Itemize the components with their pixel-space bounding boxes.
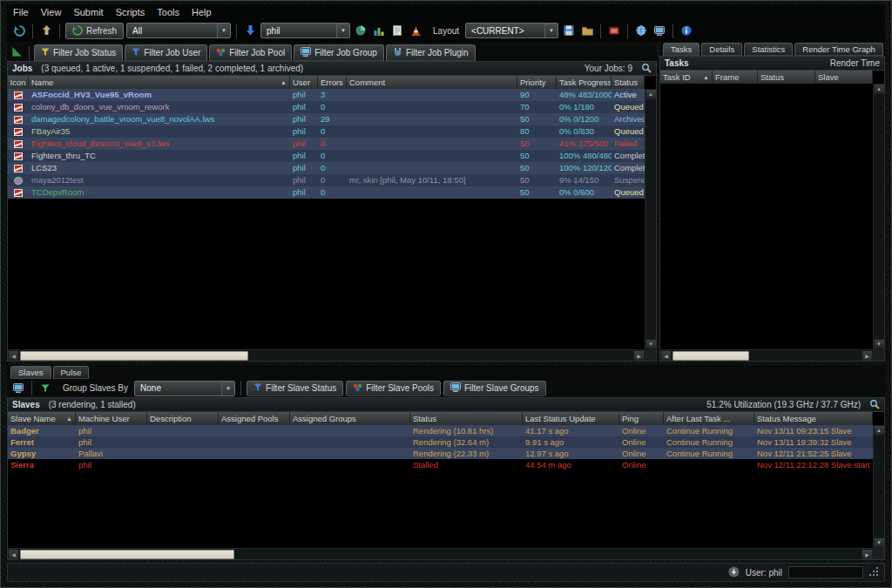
load-layout-folder-icon[interactable] [579,23,595,38]
bar-chart-icon[interactable] [371,23,387,38]
filter-job-user-tab[interactable]: Filter Job User [125,44,207,61]
search-icon[interactable] [869,399,880,411]
submit-job-icon[interactable] [38,23,54,38]
menu-help[interactable]: Help [186,7,218,17]
pie-chart-icon[interactable] [353,23,368,38]
scrollbar-thumb[interactable] [20,550,234,559]
scroll-up-button[interactable]: ▲ [645,89,657,99]
scroll-left-button[interactable]: ◀ [8,350,19,362]
filter-job-status-tab[interactable]: Filter Job Status [34,44,123,61]
scrollbar-thumb[interactable] [672,351,749,361]
resize-grip[interactable] [869,567,879,578]
slave-row[interactable]: Ferret phil Rendering (32.64 m) 9.91 s a… [8,436,873,448]
menu-file[interactable]: File [7,7,35,17]
column-header-last-status-update[interactable]: Last Status Update [523,412,619,425]
scroll-left-button[interactable]: ◀ [660,350,672,362]
column-header-icon[interactable]: Icon [8,76,29,89]
connect-icon[interactable] [11,23,27,38]
report-icon[interactable] [389,23,405,38]
job-row[interactable]: Fighters_cloud_descent_vue9_v3.lws phil … [8,138,645,150]
tab-slaves[interactable]: Slaves [10,366,51,379]
job-row[interactable]: colony_db_doors_vue_vroom_rework phil 0 … [8,101,645,113]
column-header-status[interactable]: Status [612,76,645,89]
column-header-description[interactable]: Description [147,412,219,425]
column-header-user[interactable]: User [290,76,318,89]
connection-status-icon[interactable] [728,566,740,579]
slave-row[interactable]: Sierra phil Stalled 44.54 m ago Online N… [8,459,873,470]
filter-job-group-tab[interactable]: Filter Job Group [294,44,384,61]
tab-statistics[interactable]: Statistics [744,43,793,56]
scroll-up-button[interactable]: ▲ [874,425,885,436]
tasks-horizontal-scrollbar[interactable]: ◀ ▶ [660,349,873,361]
scrollbar-thumb[interactable] [20,351,248,361]
info-icon[interactable] [679,23,694,38]
column-header-status[interactable]: Status [410,412,523,425]
scroll-up-button[interactable]: ▲ [874,84,885,94]
column-header-assigned-pools[interactable]: Assigned Pools [219,412,290,425]
job-row[interactable]: Fighters_thru_TC phil 0 50 100% 480/480 … [8,150,645,162]
scroll-right-button[interactable]: ▶ [862,549,873,560]
column-header-errors[interactable]: Errors [318,76,347,89]
tab-tasks[interactable]: Tasks [663,43,699,56]
filter-job-pool-tab[interactable]: Filter Job Pool [209,44,292,61]
search-icon[interactable] [641,63,652,75]
column-header-slave[interactable]: Slave [815,71,873,84]
status-input[interactable] [788,566,863,578]
slave-row[interactable]: Gypsy Pallavi Rendering (22.33 m) 12.97 … [8,448,873,459]
slaves-vertical-scrollbar[interactable]: ▲ ▼ [873,425,884,548]
tab-pulse[interactable]: Pulse [53,366,90,379]
traffic-cone-icon[interactable] [408,23,423,38]
scroll-right-button[interactable]: ▶ [862,350,873,362]
menu-tools[interactable]: Tools [151,7,186,17]
menu-submit[interactable]: Submit [67,7,109,17]
jobs-vertical-scrollbar[interactable]: ▲ ▼ [645,89,656,349]
tab-details[interactable]: Details [701,43,742,56]
column-header-task-progress[interactable]: Task Progress [557,76,612,89]
column-header-priority[interactable]: Priority [517,76,557,89]
monitor-icon[interactable] [652,23,667,38]
scroll-down-button[interactable]: ▼ [874,339,885,349]
green-triangle-icon[interactable] [9,44,24,59]
column-header-slave-name[interactable]: Slave Name▲ [8,412,76,425]
user-filter-dropdown[interactable]: phil ▼ [260,23,350,38]
slave-row[interactable]: Badger phil Rendering (10.81 hrs) 41.17 … [8,425,873,436]
job-row[interactable]: ASFoccid_HV3_Vue95_vRoom phil 3 90 48% 4… [8,89,645,101]
filter-slave-status-tab[interactable]: Filter Slave Status [247,381,343,396]
menu-scripts[interactable]: Scripts [110,7,152,17]
scroll-left-button[interactable]: ◀ [8,549,19,560]
column-header-after-last-task[interactable]: After Last Task ... [664,412,754,425]
user-down-arrow-icon[interactable] [242,23,258,38]
job-row[interactable]: maya2012test phil 0 mr, skin [phil, May … [8,174,645,186]
menu-view[interactable]: View [35,7,68,17]
scroll-down-button[interactable]: ▼ [645,339,657,349]
refresh-button[interactable]: Refresh [65,23,124,39]
column-header-status-message[interactable]: Status Message [754,412,873,425]
job-row[interactable]: damagedcolony_battle_vroom_vue8_novolAA.… [8,113,645,125]
remote-desktop-icon[interactable] [606,23,622,38]
job-filter-dropdown[interactable]: All ▼ [126,23,231,38]
filter-job-plugin-tab[interactable]: Filter Job Plugin [386,44,476,61]
layout-dropdown[interactable]: <CURRENT> ▼ [465,23,558,38]
scroll-right-button[interactable]: ▶ [633,350,645,362]
slave-monitor-icon[interactable] [10,381,26,396]
job-row[interactable]: FBayAir35 phil 0 80 0% 0/830 Queued [8,125,645,138]
column-header-status[interactable]: Status [758,71,815,84]
column-header-name[interactable]: Name▲ [29,76,290,89]
column-header-machine-user[interactable]: Machine User [76,412,147,425]
job-row[interactable]: TCDepvRoom phil 0 50 0% 0/600 Queued [8,186,645,199]
tasks-vertical-scrollbar[interactable]: ▲ ▼ [873,84,884,349]
slaves-horizontal-scrollbar[interactable]: ◀ ▶ [8,548,873,559]
web-globe-icon[interactable] [633,23,649,38]
filter-slave-groups-tab[interactable]: Filter Slave Groups [443,381,546,396]
group-slaves-by-dropdown[interactable]: None ▼ [134,381,235,396]
column-header-assigned-groups[interactable]: Assigned Groups [290,412,410,425]
column-header-frame[interactable]: Frame [713,71,758,84]
tab-render-time-graph[interactable]: Render Time Graph [794,43,882,56]
scroll-down-button[interactable]: ▼ [874,537,885,548]
group-funnel-icon[interactable] [37,381,53,396]
column-header-comment[interactable]: Comment [347,76,517,89]
save-layout-icon[interactable] [561,23,577,38]
column-header-ping[interactable]: Ping [619,412,664,425]
column-header-task-id[interactable]: Task ID▲ [660,71,713,84]
jobs-horizontal-scrollbar[interactable]: ◀ ▶ [8,349,645,361]
